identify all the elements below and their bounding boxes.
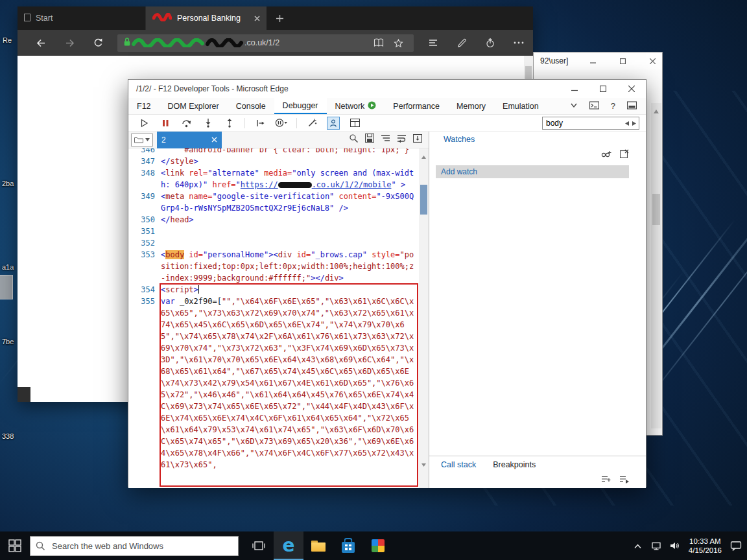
add-watch-icon[interactable] bbox=[601, 149, 611, 161]
editor-scrollbar[interactable] bbox=[419, 148, 429, 488]
source-code[interactable]: 346 #android-banner br { clear: both; he… bbox=[128, 148, 429, 471]
more-tabs-chevron-icon[interactable] bbox=[570, 101, 578, 111]
background-window-titlebar[interactable]: 92\user] bbox=[534, 52, 662, 69]
desktop-icon-label[interactable]: 2ba bbox=[2, 180, 14, 187]
devtools-search-input[interactable] bbox=[543, 119, 624, 128]
background-window-scrollbar[interactable] bbox=[651, 103, 661, 428]
edge-taskbar-icon[interactable]: e bbox=[274, 531, 303, 560]
maximize-icon[interactable] bbox=[617, 55, 628, 67]
code-text bbox=[161, 226, 429, 237]
tab-network[interactable]: Network bbox=[327, 98, 385, 114]
clock-time: 10:33 AM bbox=[689, 537, 722, 546]
volume-icon[interactable] bbox=[666, 531, 683, 560]
source-options-icon[interactable] bbox=[413, 134, 422, 146]
devtools-search-box[interactable] bbox=[542, 117, 639, 130]
console-shortcut-icon[interactable] bbox=[589, 101, 599, 111]
taskbar-search[interactable] bbox=[30, 536, 239, 556]
store-icon[interactable] bbox=[333, 531, 363, 560]
clock[interactable]: 10:33 AM 4/15/2016 bbox=[684, 537, 726, 555]
continue-icon[interactable] bbox=[137, 117, 150, 130]
break-on-new-worker-icon[interactable] bbox=[254, 117, 267, 130]
share-icon[interactable] bbox=[476, 30, 504, 56]
clear-watches-icon[interactable] bbox=[620, 149, 629, 161]
code-text: <link rel="alternate" media="only screen… bbox=[161, 167, 429, 191]
tab-dom-explorer[interactable]: DOM Explorer bbox=[160, 98, 228, 114]
desktop-icon[interactable] bbox=[0, 275, 13, 299]
file-tab-2[interactable]: 2 bbox=[157, 132, 222, 148]
add-watch-row[interactable]: Add watch bbox=[436, 165, 629, 178]
close-icon[interactable] bbox=[617, 80, 646, 98]
reading-view-icon[interactable] bbox=[369, 38, 388, 47]
frames-icon[interactable] bbox=[348, 117, 361, 130]
breakpoints-tab[interactable]: Breakpoints bbox=[493, 460, 536, 469]
scrollbar-thumb[interactable] bbox=[420, 185, 427, 215]
code-editor[interactable]: 346 #android-banner br { clear: both; he… bbox=[128, 148, 429, 488]
folder-icon bbox=[134, 136, 143, 143]
desktop-icon-label[interactable]: 338 bbox=[2, 432, 14, 440]
break-on-exceptions-icon[interactable] bbox=[275, 117, 288, 130]
network-icon[interactable] bbox=[648, 531, 665, 560]
new-tab-button[interactable] bbox=[267, 6, 292, 30]
close-icon[interactable] bbox=[646, 55, 658, 67]
search-next-icon[interactable] bbox=[632, 117, 637, 129]
web-note-icon[interactable] bbox=[447, 30, 476, 56]
find-in-files-icon[interactable] bbox=[349, 134, 359, 146]
app-tile-icon bbox=[372, 539, 385, 552]
tab-debugger[interactable]: Debugger bbox=[274, 98, 327, 114]
help-icon[interactable]: ? bbox=[611, 101, 615, 111]
step-into-icon[interactable] bbox=[202, 117, 215, 130]
dock-side-icon[interactable] bbox=[627, 101, 637, 111]
forward-button[interactable] bbox=[55, 30, 84, 56]
app-icon[interactable] bbox=[363, 531, 393, 560]
word-wrap-icon[interactable] bbox=[397, 134, 407, 146]
save-icon[interactable] bbox=[365, 134, 374, 146]
back-button[interactable] bbox=[27, 30, 55, 56]
tab-console[interactable]: Console bbox=[228, 98, 274, 114]
tab-memory[interactable]: Memory bbox=[448, 98, 494, 114]
desktop-icon-label[interactable]: a1a bbox=[2, 263, 14, 271]
call-stack-tab[interactable]: Call stack bbox=[441, 460, 476, 469]
library-code-icon[interactable] bbox=[619, 474, 629, 486]
maximize-icon[interactable] bbox=[589, 80, 617, 98]
action-center-icon[interactable] bbox=[728, 531, 744, 560]
devtools-title: /1/2/ - F12 Developer Tools - Microsoft … bbox=[128, 84, 289, 93]
search-icon bbox=[30, 541, 51, 551]
tab-performance[interactable]: Performance bbox=[385, 98, 448, 114]
async-callstack-icon[interactable] bbox=[601, 474, 611, 486]
code-text: <meta name="google-site-verification" co… bbox=[161, 191, 429, 214]
devtools-titlebar[interactable]: /1/2/ - F12 Developer Tools - Microsoft … bbox=[128, 80, 646, 98]
format-source-icon[interactable] bbox=[381, 134, 390, 146]
scroll-down-icon[interactable] bbox=[421, 458, 427, 470]
browser-tab-start[interactable]: Start bbox=[18, 6, 146, 30]
tab-close-icon[interactable] bbox=[254, 16, 260, 21]
scrollbar-thumb[interactable] bbox=[652, 194, 660, 225]
step-out-icon[interactable] bbox=[223, 117, 236, 130]
start-button[interactable] bbox=[0, 531, 30, 560]
pretty-print-icon[interactable] bbox=[305, 117, 318, 130]
file-explorer-icon[interactable] bbox=[303, 531, 333, 560]
break-icon[interactable] bbox=[159, 117, 172, 130]
tab-f12[interactable]: F12 bbox=[128, 98, 160, 114]
show-hidden-icons-chevron[interactable] bbox=[630, 531, 646, 560]
desktop-icon-label[interactable]: 7be bbox=[2, 338, 14, 345]
scroll-up-icon[interactable] bbox=[653, 105, 659, 117]
search-previous-icon[interactable] bbox=[624, 117, 630, 129]
tab-emulation[interactable]: Emulation bbox=[494, 98, 547, 114]
address-bar[interactable]: .co.uk/1/2 bbox=[117, 34, 414, 52]
task-view-button[interactable] bbox=[244, 531, 274, 560]
just-my-code-icon[interactable] bbox=[327, 117, 340, 130]
refresh-button[interactable] bbox=[84, 30, 112, 56]
browser-tab-personal-banking[interactable]: Personal Banking bbox=[146, 6, 267, 30]
desktop-icon-label[interactable]: Re bbox=[3, 36, 12, 44]
file-tab-close-icon[interactable] bbox=[211, 137, 217, 143]
tab-network-label: Network bbox=[335, 102, 365, 111]
taskbar-search-input[interactable] bbox=[51, 541, 238, 551]
scroll-up-icon[interactable] bbox=[421, 150, 427, 162]
more-actions-icon[interactable] bbox=[504, 30, 533, 56]
favorite-star-icon[interactable] bbox=[388, 38, 408, 48]
file-picker-dropdown[interactable] bbox=[131, 134, 153, 146]
minimize-icon[interactable] bbox=[587, 55, 599, 67]
step-over-icon[interactable] bbox=[180, 117, 193, 130]
minimize-icon[interactable] bbox=[560, 80, 589, 98]
hub-icon[interactable] bbox=[419, 30, 447, 56]
